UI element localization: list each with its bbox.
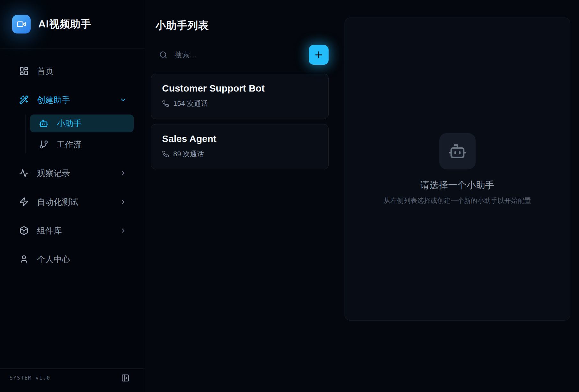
sidebar-item-label: 个人中心 [37, 254, 127, 265]
assistant-detail-panel: 请选择一个小助手 从左侧列表选择或创建一个新的小助手以开始配置 [345, 0, 579, 392]
git-branch-icon [39, 140, 48, 149]
assistant-card[interactable]: Sales Agent 89 次通话 [151, 124, 329, 169]
sidebar-item-label: 组件库 [37, 225, 111, 236]
video-camera-icon [17, 19, 26, 29]
empty-state-title: 请选择一个小助手 [420, 179, 494, 192]
assistant-name: Customer Support Bot [162, 83, 317, 94]
app-title: AI视频助手 [38, 17, 91, 31]
layout-dashboard-icon [19, 66, 29, 76]
assistant-cards: Customer Support Bot 154 次通话 Sales Agent… [151, 74, 329, 169]
assistant-card[interactable]: Customer Support Bot 154 次通话 [151, 74, 329, 119]
assistant-list-panel: 小助手列表 Customer Support Bot [145, 0, 345, 392]
plus-icon [314, 50, 324, 60]
add-assistant-button[interactable] [309, 45, 329, 65]
sidebar-header: AI视频助手 [0, 0, 145, 49]
sidebar-item-create-assistant[interactable]: 创建助手 [10, 91, 134, 109]
call-count-label: 154 次通话 [173, 99, 208, 108]
panel-collapse-icon[interactable] [121, 374, 130, 382]
app-logo [12, 15, 31, 33]
app-root: AI视频助手 首页 创建助手 [0, 0, 579, 392]
empty-state-card: 请选择一个小助手 从左侧列表选择或创建一个新的小助手以开始配置 [345, 18, 570, 321]
chevron-down-icon [120, 96, 127, 103]
bot-icon [39, 119, 48, 128]
sidebar-item-label: 观察记录 [37, 168, 111, 179]
sidebar-item-label: 首页 [37, 66, 127, 77]
search-icon [159, 51, 167, 59]
sidebar-item-personal-center[interactable]: 个人中心 [10, 250, 134, 268]
assistant-name: Sales Agent [162, 133, 317, 144]
box-icon [19, 226, 29, 235]
call-count-label: 89 次通话 [173, 149, 204, 159]
chevron-right-icon [120, 227, 127, 234]
sidebar: AI视频助手 首页 创建助手 [0, 0, 145, 392]
sidebar-subitem-assistants[interactable]: 小助手 [30, 115, 134, 132]
phone-icon [162, 151, 169, 158]
sidebar-item-label: 自动化测试 [37, 196, 111, 208]
sidebar-item-label: 小助手 [57, 118, 82, 129]
bot-icon [448, 142, 467, 160]
search-row [151, 45, 329, 65]
sidebar-submenu: 小助手 工作流 [26, 115, 134, 153]
system-version: SYSTEM v1.0 [10, 374, 50, 381]
sidebar-item-observation-records[interactable]: 观察记录 [10, 164, 134, 182]
sidebar-nav: 首页 创建助手 小助手 [0, 49, 145, 368]
sidebar-item-component-library[interactable]: 组件库 [10, 222, 134, 240]
empty-state-subtitle: 从左侧列表选择或创建一个新的小助手以开始配置 [384, 196, 531, 205]
assistant-call-count: 154 次通话 [162, 99, 317, 108]
sidebar-item-home[interactable]: 首页 [10, 62, 134, 80]
empty-state-icon-box [439, 133, 476, 169]
chevron-right-icon [120, 170, 127, 177]
user-icon [19, 255, 29, 264]
zap-icon [19, 197, 29, 207]
activity-icon [19, 168, 29, 178]
search-input[interactable] [174, 50, 309, 60]
phone-icon [162, 100, 169, 107]
page-title: 小助手列表 [155, 18, 329, 33]
sidebar-footer: SYSTEM v1.0 [0, 368, 145, 392]
sidebar-item-label: 创建助手 [37, 94, 111, 106]
search-box[interactable] [151, 50, 309, 60]
assistant-call-count: 89 次通话 [162, 149, 317, 159]
magic-wand-icon [19, 95, 29, 105]
sidebar-item-label: 工作流 [57, 139, 82, 150]
chevron-right-icon [120, 198, 127, 205]
sidebar-item-automation-testing[interactable]: 自动化测试 [10, 193, 134, 211]
sidebar-subitem-workflow[interactable]: 工作流 [30, 136, 134, 153]
